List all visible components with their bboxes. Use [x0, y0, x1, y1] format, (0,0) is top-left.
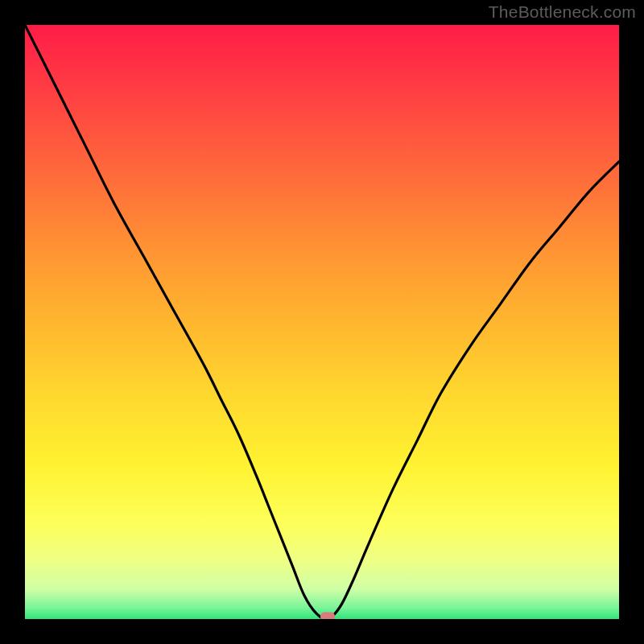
bottleneck-curve	[25, 25, 619, 619]
chart-frame: TheBottleneck.com	[0, 0, 644, 644]
optimum-marker	[320, 613, 335, 620]
watermark-text: TheBottleneck.com	[489, 2, 636, 22]
curve-svg	[25, 25, 619, 619]
plot-area	[25, 25, 619, 619]
